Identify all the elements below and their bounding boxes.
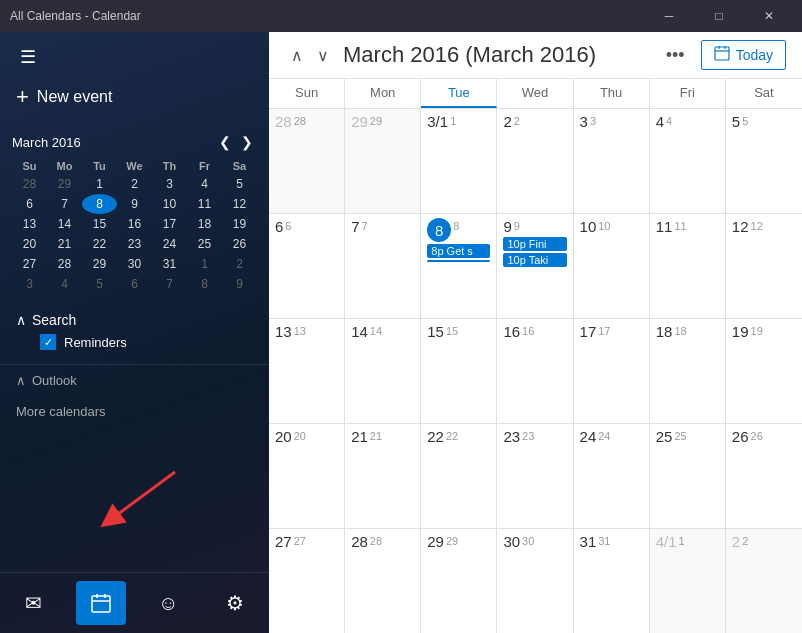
maximize-button[interactable]: □ xyxy=(696,0,742,32)
cal-cell[interactable]: 2727 xyxy=(269,529,345,633)
mini-cal-day[interactable]: 8 xyxy=(82,194,117,214)
cal-cell[interactable]: 1212 xyxy=(726,214,802,318)
cal-cell[interactable]: 2323 xyxy=(497,424,573,528)
mini-cal-day[interactable]: 25 xyxy=(187,234,222,254)
more-calendars-button[interactable]: More calendars xyxy=(0,396,269,427)
cal-cell[interactable]: 55 xyxy=(726,109,802,213)
cal-cell[interactable]: 2222 xyxy=(421,424,497,528)
cal-cell[interactable]: 1919 xyxy=(726,319,802,423)
mini-cal-day[interactable]: 14 xyxy=(47,214,82,234)
cal-cell[interactable]: 77 xyxy=(345,214,421,318)
outlook-item[interactable]: ∧ Outlook xyxy=(16,369,253,392)
cal-cell[interactable]: 2626 xyxy=(726,424,802,528)
sidebar-nav-settings[interactable]: ⚙ xyxy=(210,581,260,625)
mini-cal-day[interactable]: 24 xyxy=(152,234,187,254)
mini-cal-day[interactable]: 6 xyxy=(12,194,47,214)
mini-cal-day[interactable]: 20 xyxy=(12,234,47,254)
mini-cal-day[interactable]: 9 xyxy=(117,194,152,214)
cal-cell[interactable]: 2525 xyxy=(650,424,726,528)
cal-cell[interactable]: 2828 xyxy=(345,529,421,633)
mini-cal-day[interactable]: 23 xyxy=(117,234,152,254)
mini-cal-day[interactable]: 18 xyxy=(187,214,222,234)
mini-cal-day[interactable]: 4 xyxy=(47,274,82,294)
cal-cell[interactable]: 2121 xyxy=(345,424,421,528)
mini-cal-day[interactable]: 2 xyxy=(222,254,257,274)
sidebar-nav-people[interactable]: ☺ xyxy=(143,581,193,625)
mini-cal-day[interactable]: 29 xyxy=(47,174,82,194)
cal-event[interactable]: 8p Get s xyxy=(427,244,490,258)
mini-cal-next[interactable]: ❯ xyxy=(237,132,257,152)
cal-event[interactable] xyxy=(427,260,490,262)
cal-cell[interactable]: 66 xyxy=(269,214,345,318)
mini-cal-day[interactable]: 10 xyxy=(152,194,187,214)
cal-cell[interactable]: 3030 xyxy=(497,529,573,633)
mini-cal-day[interactable]: 15 xyxy=(82,214,117,234)
today-button[interactable]: Today xyxy=(701,40,786,70)
new-event-button[interactable]: + New event xyxy=(16,78,253,116)
reminders-item[interactable]: ✓ Reminders xyxy=(16,328,253,356)
cal-next-button[interactable]: ∨ xyxy=(311,42,335,69)
cal-cell[interactable]: 33 xyxy=(574,109,650,213)
cal-cell[interactable]: 888p Get s xyxy=(421,214,497,318)
mini-cal-day[interactable]: 27 xyxy=(12,254,47,274)
minimize-button[interactable]: ─ xyxy=(646,0,692,32)
mini-cal-day[interactable]: 29 xyxy=(82,254,117,274)
cal-cell[interactable]: 22 xyxy=(726,529,802,633)
cal-event[interactable]: 10p Taki xyxy=(503,253,566,267)
mini-cal-day[interactable]: 2 xyxy=(117,174,152,194)
mini-cal-day[interactable]: 7 xyxy=(47,194,82,214)
cal-cell[interactable]: 1111 xyxy=(650,214,726,318)
mini-cal-day[interactable]: 5 xyxy=(82,274,117,294)
cal-cell[interactable]: 1616 xyxy=(497,319,573,423)
mini-cal-day[interactable]: 17 xyxy=(152,214,187,234)
mini-cal-day[interactable]: 12 xyxy=(222,194,257,214)
mini-cal-day[interactable]: 26 xyxy=(222,234,257,254)
cal-cell[interactable]: 1818 xyxy=(650,319,726,423)
mini-cal-day[interactable]: 7 xyxy=(152,274,187,294)
cal-cell[interactable]: 4/11 xyxy=(650,529,726,633)
mini-cal-day[interactable]: 19 xyxy=(222,214,257,234)
mini-cal-day[interactable]: 9 xyxy=(222,274,257,294)
mini-cal-day[interactable]: 4 xyxy=(187,174,222,194)
cal-cell[interactable]: 1515 xyxy=(421,319,497,423)
mini-cal-day[interactable]: 1 xyxy=(82,174,117,194)
mini-cal-day[interactable]: 6 xyxy=(117,274,152,294)
cal-cell[interactable]: 2424 xyxy=(574,424,650,528)
mini-cal-day[interactable]: 16 xyxy=(117,214,152,234)
hamburger-button[interactable]: ☰ xyxy=(16,42,40,72)
cal-more-button[interactable]: ••• xyxy=(658,41,693,70)
cal-cell[interactable]: 9910p Fini10p Taki xyxy=(497,214,573,318)
mini-cal-day[interactable]: 30 xyxy=(117,254,152,274)
cal-cell[interactable]: 3131 xyxy=(574,529,650,633)
mini-cal-day[interactable]: 31 xyxy=(152,254,187,274)
cal-cell[interactable]: 2020 xyxy=(269,424,345,528)
mini-cal-day[interactable]: 21 xyxy=(47,234,82,254)
cal-cell[interactable]: 1414 xyxy=(345,319,421,423)
mini-cal-day[interactable]: 28 xyxy=(12,174,47,194)
cal-cell[interactable]: 3/11 xyxy=(421,109,497,213)
cal-cell[interactable]: 1010 xyxy=(574,214,650,318)
cal-cell[interactable]: 1313 xyxy=(269,319,345,423)
cal-prev-button[interactable]: ∧ xyxy=(285,42,309,69)
mini-cal-prev[interactable]: ❮ xyxy=(215,132,235,152)
reminders-checkbox[interactable]: ✓ xyxy=(40,334,56,350)
sidebar-nav-calendar[interactable] xyxy=(76,581,126,625)
mini-cal-day[interactable]: 1 xyxy=(187,254,222,274)
cal-cell[interactable]: 2828 xyxy=(269,109,345,213)
mini-cal-day[interactable]: 13 xyxy=(12,214,47,234)
cal-cell[interactable]: 22 xyxy=(497,109,573,213)
cal-cell[interactable]: 2929 xyxy=(345,109,421,213)
cal-cell[interactable]: 2929 xyxy=(421,529,497,633)
mini-cal-day[interactable]: 8 xyxy=(187,274,222,294)
cal-event[interactable]: 10p Fini xyxy=(503,237,566,251)
mini-cal-day[interactable]: 5 xyxy=(222,174,257,194)
sidebar-nav-mail[interactable]: ✉ xyxy=(9,581,59,625)
mini-cal-day[interactable]: 3 xyxy=(12,274,47,294)
cal-cell[interactable]: 44 xyxy=(650,109,726,213)
cal-cell[interactable]: 1717 xyxy=(574,319,650,423)
close-button[interactable]: ✕ xyxy=(746,0,792,32)
search-header[interactable]: ∧ Search xyxy=(16,312,253,328)
mini-cal-day[interactable]: 22 xyxy=(82,234,117,254)
mini-cal-day[interactable]: 3 xyxy=(152,174,187,194)
mini-cal-day[interactable]: 28 xyxy=(47,254,82,274)
